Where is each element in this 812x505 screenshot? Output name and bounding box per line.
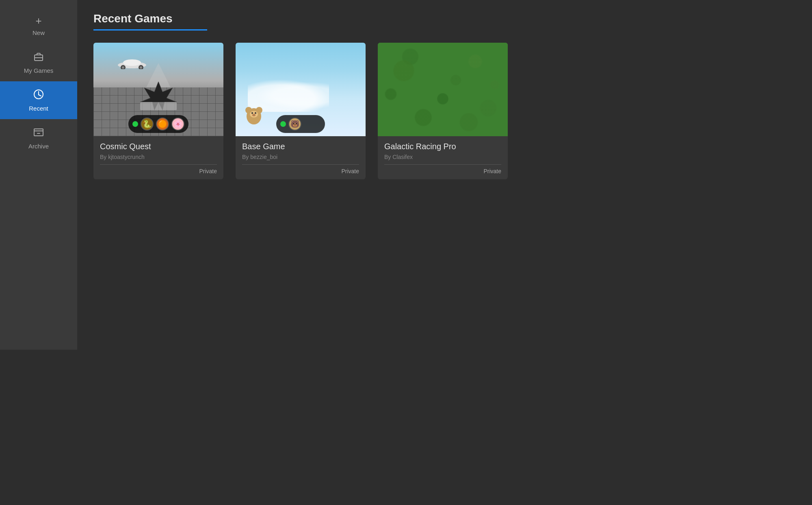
game-thumbnail-cosmic: 🐍 🟠 🌸 xyxy=(93,43,223,136)
svg-point-21 xyxy=(255,112,256,114)
main-content: Recent Games xyxy=(77,0,568,350)
base-status-dot xyxy=(280,121,286,127)
games-grid: 🐍 🟠 🌸 Cosmic Quest By kjtoastycrunch Pri… xyxy=(93,43,552,179)
avatar-snake: 🐍 xyxy=(141,118,154,131)
page-title: Recent Games xyxy=(93,12,552,25)
base-game-author: By bezzie_boi xyxy=(242,154,359,160)
galactic-racing-name: Galactic Racing Pro xyxy=(384,142,501,151)
game-thumbnail-galactic xyxy=(378,43,508,136)
base-game-privacy: Private xyxy=(242,164,359,174)
grass-texture xyxy=(378,43,508,136)
title-underline xyxy=(93,29,207,30)
svg-point-11 xyxy=(122,66,124,69)
status-dot xyxy=(132,121,138,127)
cosmic-status-bar: 🐍 🟠 🌸 xyxy=(128,115,188,133)
avatar-pink: 🌸 xyxy=(171,118,184,131)
base-game-status-bar: 🐻 xyxy=(276,115,325,133)
galactic-racing-privacy: Private xyxy=(384,164,501,174)
sidebar-item-new[interactable]: + New xyxy=(0,8,77,44)
game-thumbnail-base: 🐻 xyxy=(236,43,366,136)
clock-icon xyxy=(33,89,44,102)
game-card-base-game[interactable]: 🐻 Base Game By bezzie_boi Private xyxy=(236,43,366,179)
svg-point-20 xyxy=(251,112,253,114)
cosmic-quest-name: Cosmic Quest xyxy=(100,142,217,151)
galactic-racing-author: By Clasifex xyxy=(384,154,501,160)
base-game-name: Base Game xyxy=(242,142,359,151)
cosmic-quest-author: By kjtoastycrunch xyxy=(100,154,217,160)
svg-line-4 xyxy=(39,95,41,96)
briefcase-icon xyxy=(33,51,44,64)
sidebar-item-recent[interactable]: Recent xyxy=(0,81,77,119)
cosmic-car xyxy=(116,57,148,71)
sidebar-item-new-label: New xyxy=(32,29,45,36)
svg-rect-15 xyxy=(140,102,177,110)
sidebar-item-archive-label: Archive xyxy=(28,143,49,150)
base-game-info: Base Game By bezzie_boi Private xyxy=(236,136,366,179)
avatar-bear: 🐻 xyxy=(288,118,301,131)
cosmic-quest-info: Cosmic Quest By kjtoastycrunch Private xyxy=(93,136,223,179)
plus-icon: + xyxy=(35,15,41,26)
game-card-galactic-racing[interactable]: Galactic Racing Pro By Clasifex Private xyxy=(378,43,508,179)
galactic-racing-info: Galactic Racing Pro By Clasifex Private xyxy=(378,136,508,179)
svg-point-13 xyxy=(140,66,142,69)
sidebar-item-my-games[interactable]: My Games xyxy=(0,44,77,81)
svg-point-9 xyxy=(123,59,141,66)
sidebar-item-my-games-label: My Games xyxy=(24,67,54,74)
svg-point-22 xyxy=(252,114,256,116)
cosmic-quest-privacy: Private xyxy=(100,164,217,174)
avatar-orange: 🟠 xyxy=(156,118,169,131)
sidebar-item-archive[interactable]: Archive xyxy=(0,119,77,157)
game-card-cosmic-quest[interactable]: 🐍 🟠 🌸 Cosmic Quest By kjtoastycrunch Pri… xyxy=(93,43,223,179)
sidebar: + New My Games Recent xyxy=(0,0,77,350)
sidebar-item-recent-label: Recent xyxy=(29,105,48,112)
cosmic-star xyxy=(136,80,181,114)
base-character xyxy=(244,104,264,130)
archive-icon xyxy=(33,126,44,139)
